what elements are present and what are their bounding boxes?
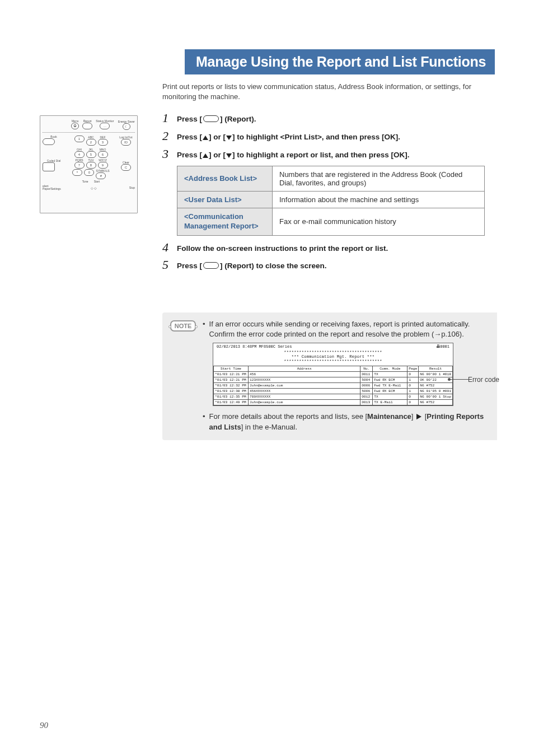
report-key-icon — [203, 115, 219, 122]
step-text: Press [] (Report). — [177, 112, 256, 125]
error-code-callout-line — [449, 379, 469, 380]
option-desc-cell: Numbers that are registered in the Addre… — [273, 166, 485, 191]
note-block: NOTE • If an error occurs while sending … — [162, 312, 497, 440]
step-text: Press [] or [] to highlight a report or … — [177, 148, 410, 161]
step-text: Press [] (Report) to close the screen. — [177, 259, 327, 272]
option-name-cell: <Address Book List> — [177, 166, 273, 191]
step-4: 4 Follow the on-screen instructions to p… — [162, 241, 487, 255]
step-text: Follow the on-screen instructions to pri… — [177, 241, 388, 255]
control-panel-illustration: Menu⦿ Report Status Monitor… Energy Save… — [40, 115, 138, 213]
report-sample-table: Start Time Address No. Comm. Mode Page R… — [213, 366, 453, 405]
note-bullet-1: • If an error occurs while sending or re… — [203, 319, 489, 339]
page-number: 90 — [40, 721, 48, 730]
up-triangle-icon — [203, 136, 208, 140]
page-heading: Manage Using the Report and List Functio… — [185, 49, 495, 74]
table-row: <Communication Management Report> Fax or… — [177, 208, 485, 235]
down-triangle-icon — [226, 153, 232, 158]
option-desc-cell: Fax or e-mail communication history — [273, 208, 485, 235]
table-row: <User Data List> Information about the m… — [177, 191, 485, 208]
step-2: 2 Press [] or [] to highlight <Print Lis… — [162, 130, 487, 143]
steps-list: 1 Press [] (Report). 2 Press [] or [] to… — [162, 112, 487, 277]
error-code-label: Error code — [468, 376, 499, 384]
step-number: 2 — [162, 130, 177, 142]
step-1: 1 Press [] (Report). — [162, 112, 487, 125]
intro-paragraph: Print out reports or lists to view commu… — [162, 82, 476, 101]
table-row: <Address Book List> Numbers that are reg… — [177, 166, 485, 191]
arrow-right-icon — [416, 414, 421, 419]
option-name-cell: <User Data List> — [177, 191, 273, 208]
step-3: 3 Press [] or [] to highlight a report o… — [162, 148, 487, 161]
down-triangle-icon — [226, 136, 232, 140]
step-text: Press [] or [] to highlight <Print List>… — [177, 130, 400, 143]
step-number: 4 — [162, 241, 177, 254]
step-number: 1 — [162, 112, 177, 124]
step-number: 5 — [162, 259, 177, 271]
report-key-icon — [203, 262, 219, 269]
option-desc-cell: Information about the machine and settin… — [273, 191, 485, 208]
note-bullet-2: • For more details about the reports and… — [203, 412, 489, 432]
step-number: 3 — [162, 148, 177, 160]
options-table: <Address Book List> Numbers that are reg… — [177, 166, 485, 236]
up-triangle-icon — [203, 153, 208, 158]
step-5: 5 Press [] (Report) to close the screen. — [162, 259, 487, 272]
option-name-cell: <Communication Management Report> — [177, 208, 273, 235]
report-sample-figure: 02/02/2013 8:48PM MF8500C Series🖷0001 **… — [213, 343, 453, 406]
note-badge: NOTE — [170, 320, 196, 332]
